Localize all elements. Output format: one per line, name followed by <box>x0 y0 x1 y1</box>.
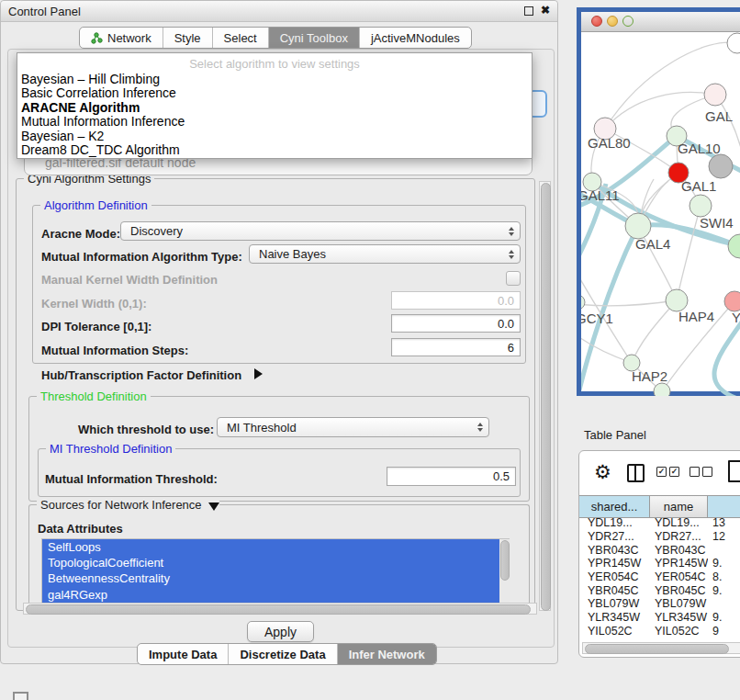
control-panel-title: Control Panel <box>8 5 81 18</box>
new-table-doc-icon[interactable] <box>728 460 740 482</box>
tab-discretize-data[interactable]: Discretize Data <box>229 644 337 664</box>
minimize-window-icon[interactable] <box>607 16 618 27</box>
table-row[interactable]: YDR27...YDR27...12 <box>579 530 740 544</box>
close-window-icon[interactable] <box>591 16 602 27</box>
network-node[interactable] <box>704 84 726 106</box>
table-horizontal-scrollbar[interactable] <box>582 642 740 654</box>
tab-cyni-toolbox[interactable]: Cyni Toolbox <box>269 28 360 48</box>
settings-vertical-scrollbar-thumb[interactable] <box>541 183 551 611</box>
table-row[interactable]: YIL052CYIL052C9 <box>579 625 740 638</box>
network-node[interactable] <box>728 234 740 258</box>
network-node-label: GAL <box>705 108 733 124</box>
combo-arrows-icon <box>477 423 483 432</box>
table-cell: YPR145W <box>579 557 650 570</box>
algorithm-option[interactable]: ARACNE Algorithm <box>17 101 532 115</box>
mi-steps-field[interactable]: 6 <box>391 338 521 356</box>
zoom-window-icon[interactable] <box>622 16 633 27</box>
table-cell: YBL079W <box>579 597 650 610</box>
mi-threshold-field[interactable]: 0.5 <box>387 467 516 486</box>
data-attributes-list[interactable]: SelfLoopsTopologicalCoefficientBetweenne… <box>41 538 510 604</box>
apply-button[interactable]: Apply <box>247 621 314 642</box>
algorithm-option[interactable]: Bayesian – Hill Climbing <box>17 73 532 86</box>
close-panel-icon[interactable]: ✖ <box>541 4 550 17</box>
which-threshold-combo[interactable]: MI Threshold <box>217 417 489 437</box>
attributes-vertical-scrollbar-thumb[interactable] <box>500 540 510 581</box>
network-node-label: GAL4 <box>635 236 670 252</box>
attributes-vertical-scrollbar[interactable] <box>499 539 510 603</box>
column-header-partial[interactable] <box>708 496 740 517</box>
table-cell: YIL052C <box>579 625 650 638</box>
combo-arrows-icon <box>509 250 514 259</box>
table-row[interactable]: YDL19...YDL19...13 <box>579 516 740 530</box>
algorithm-popup-placeholder: Select algorithm to view settings <box>17 53 532 73</box>
manual-kernel-width-checkbox[interactable] <box>506 271 521 286</box>
apply-button-label: Apply <box>264 625 297 639</box>
table-settings-gear-icon[interactable]: ⚙ <box>594 462 611 481</box>
deselect-all-checkbox-icon[interactable] <box>702 467 712 477</box>
network-node[interactable] <box>724 291 740 311</box>
mi-algorithm-type-label: Mutual Information Algorithm Type: <box>41 250 242 264</box>
settings-vertical-scrollbar[interactable] <box>539 181 551 611</box>
tab-impute-data[interactable]: Impute Data <box>138 644 229 664</box>
which-threshold-label: Which threshold to use: <box>78 423 214 436</box>
data-attribute-item[interactable]: BetweennessCentrality <box>42 570 503 586</box>
network-node-label: GAL11 <box>581 187 620 203</box>
table-row[interactable]: YBR043CYBR043C <box>579 543 740 557</box>
network-node[interactable] <box>581 295 585 310</box>
tab-jactivemnodules[interactable]: jActiveMNodules <box>360 28 471 48</box>
select-all-checkbox-icon[interactable]: ✓ <box>669 467 679 477</box>
hub-expand-arrow-icon[interactable] <box>254 368 263 379</box>
data-attribute-item[interactable]: TopologicalCoefficient <box>42 555 503 570</box>
settings-horizontal-scrollbar-thumb[interactable] <box>26 604 531 615</box>
network-node[interactable] <box>654 383 670 396</box>
tab-style[interactable]: Style <box>163 28 213 48</box>
algorithm-option[interactable]: Mutual Information Inference <box>17 115 532 129</box>
network-canvas[interactable]: GALGAL80GAL10GAL1GAL11GAL4SWI4GCY1HAP4YH… <box>581 31 740 396</box>
deselect-all-checkbox-icon[interactable] <box>690 467 700 477</box>
data-attribute-item[interactable]: gal4RGexp <box>42 587 503 603</box>
data-attribute-item[interactable]: SelfLoops <box>42 539 503 555</box>
table-horizontal-scrollbar-thumb[interactable] <box>585 644 729 654</box>
algorithm-dropdown-popup: Select algorithm to view settings Bayesi… <box>17 52 533 159</box>
table-row[interactable]: YBL079WYBL079W <box>579 597 740 611</box>
mi-algorithm-type-value: Naive Bayes <box>259 247 326 261</box>
column-layout-icon[interactable] <box>627 464 645 482</box>
settings-horizontal-scrollbar[interactable] <box>23 603 537 615</box>
screen: Control Panel ✖ Network Style Select <box>0 0 740 700</box>
minimized-panel-icon[interactable] <box>13 692 28 700</box>
network-node[interactable] <box>709 154 733 178</box>
mi-steps-label: Mutual Information Steps: <box>41 344 188 357</box>
data-attributes-label: Data Attributes <box>38 522 123 536</box>
mi-steps-value: 6 <box>508 341 514 355</box>
aracne-mode-combo[interactable]: Discovery <box>120 221 521 241</box>
dpi-tolerance-label: DPI Tolerance [0,1]: <box>41 320 151 333</box>
tab-impute-data-label: Impute Data <box>149 648 217 661</box>
tab-select[interactable]: Select <box>213 28 269 48</box>
table-cell: YDR27... <box>650 530 708 543</box>
dpi-tolerance-field[interactable]: 0.0 <box>391 314 521 333</box>
select-all-checkbox-icon[interactable]: ✓ <box>656 467 667 477</box>
network-node[interactable] <box>625 213 651 239</box>
column-header-name[interactable]: name <box>650 496 708 517</box>
algorithm-option[interactable]: Dream8 DC_TDC Algorithm <box>17 143 532 157</box>
table-cell: YLR345W <box>650 611 708 624</box>
table-row[interactable]: YPR145WYPR145W9. <box>579 557 740 570</box>
column-header-shared-name[interactable]: shared... <box>579 496 650 517</box>
algorithm-option[interactable]: Basic Correlation Inference <box>17 86 532 100</box>
float-window-icon[interactable] <box>524 6 533 16</box>
tab-infer-network[interactable]: Infer Network <box>338 644 436 664</box>
which-threshold-value: MI Threshold <box>227 421 297 435</box>
network-node[interactable] <box>727 33 740 53</box>
sources-collapse-arrow-icon[interactable] <box>208 502 219 511</box>
table-cell: YDL19... <box>650 516 708 529</box>
algorithm-option[interactable]: Bayesian – K2 <box>17 130 532 143</box>
combo-arrows-icon <box>509 227 514 236</box>
tab-network[interactable]: Network <box>80 28 163 48</box>
table-row[interactable]: YLR345WYLR345W9. <box>579 611 740 625</box>
network-node[interactable] <box>690 195 712 217</box>
table-row[interactable]: YER054CYER054C8. <box>579 570 740 584</box>
table-cell: 13 <box>708 516 740 529</box>
mi-algorithm-type-combo[interactable]: Naive Bayes <box>249 244 521 264</box>
table-header-row: shared... name <box>579 495 740 518</box>
table-row[interactable]: YBR045CYBR045C9. <box>579 583 740 597</box>
